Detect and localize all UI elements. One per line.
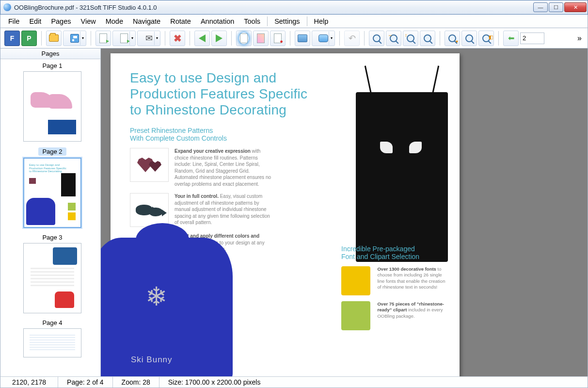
toolbar-overflow-button[interactable]: »	[573, 34, 586, 43]
menu-navigate[interactable]: Navigate	[128, 16, 165, 27]
chevron-down-icon[interactable]: ▾	[329, 32, 334, 45]
menubar: File Edit Pages View Mode Navigate Rotat…	[0, 15, 588, 28]
capture-button[interactable]: ▾	[312, 31, 335, 46]
import-button[interactable]: ▸	[95, 31, 111, 46]
maximize-button[interactable]: ☐	[549, 2, 563, 12]
print-button[interactable]	[236, 31, 252, 46]
menu-mode[interactable]: Mode	[101, 16, 128, 27]
thumbnail-page-3[interactable]: Page 3	[4, 234, 100, 313]
thumbnail-page-2[interactable]: Page 2 Easy to use Design andProduction …	[4, 147, 100, 228]
status-size: Size: 1700.00 x 2200.00 pixels	[159, 377, 588, 388]
fonts-icon	[341, 266, 370, 295]
prev-page-button[interactable]	[194, 31, 210, 46]
next-page-button[interactable]	[211, 31, 227, 46]
thumbnail-label: Page 4	[42, 319, 62, 326]
menu-settings[interactable]: Settings	[270, 16, 304, 27]
print-icon	[240, 33, 248, 43]
print-all-icon	[257, 33, 265, 43]
document-viewer[interactable]: Easy to use Design and Production Featur…	[101, 48, 588, 376]
zoom-height-button[interactable]: ↕	[403, 31, 418, 46]
x-icon: ✖	[174, 32, 182, 44]
page-go-icon: ⬅	[508, 33, 514, 43]
delete-button[interactable]: ✖	[170, 31, 185, 46]
status-page: Page: 2 of 4	[58, 377, 113, 388]
menu-file[interactable]: File	[3, 16, 24, 27]
fish-icon	[130, 193, 169, 227]
menu-annotation[interactable]: Annotation	[196, 16, 239, 27]
zoom-out-icon	[424, 34, 431, 42]
pages-sidebar: Pages Page 1 Page 2 Easy to use Design a…	[0, 48, 101, 376]
goto-page-button[interactable]: ⬅	[503, 31, 519, 46]
envelope-icon: ✉	[145, 33, 153, 44]
zoom-height-icon: ↕	[407, 34, 414, 42]
zoom-fit-icon	[465, 34, 473, 42]
export-button[interactable]: ▸▾	[112, 31, 136, 46]
status-zoom: Zoom: 28	[113, 377, 159, 388]
zoom-actual-button[interactable]: ▾	[445, 31, 460, 46]
undo-button[interactable]: ↶	[344, 31, 360, 46]
thumbnail-label: Page 3	[42, 234, 62, 241]
save-button[interactable]: ▾	[63, 31, 86, 46]
scan-button[interactable]	[295, 31, 310, 46]
toolbar: F P ▾ ▸ ▸▾ ✉▾ ✖ ● ▾ ↶ ↔ ↕ ▾	[0, 28, 588, 48]
page-thumbnails[interactable]: Page 1 Page 2 Easy to use Design andProd…	[0, 59, 100, 376]
folder-open-icon	[49, 34, 59, 42]
page-in-icon: ▸	[99, 33, 107, 43]
window-title: OOBlingBrochure.pdf - 321Soft TIFF Studi…	[14, 4, 533, 11]
thumbnail-label: Page 2	[38, 147, 66, 156]
zoom-actual-icon: ▾	[448, 34, 456, 42]
chevron-down-icon[interactable]: ▾	[129, 32, 135, 45]
menu-edit[interactable]: Edit	[24, 16, 46, 27]
email-button[interactable]: ✉▾	[137, 31, 160, 46]
chevron-down-icon[interactable]: ▾	[154, 32, 159, 45]
print-all-button[interactable]	[253, 31, 269, 46]
print-setup-icon: ●	[274, 33, 282, 43]
statusbar: 2120, 2178 Page: 2 of 4 Zoom: 28 Size: 1…	[0, 376, 588, 388]
thumbnail-page-1[interactable]: Page 1	[4, 62, 100, 142]
status-coords: 2120, 2178	[0, 377, 58, 388]
zoom-select-button[interactable]: ◧	[478, 31, 494, 46]
zoom-fit-button[interactable]	[461, 31, 477, 46]
hoodie-text: Ski Bunny	[131, 355, 173, 365]
zoom-width-button[interactable]: ↔	[386, 31, 401, 46]
titlebar: OOBlingBrochure.pdf - 321Soft TIFF Studi…	[0, 0, 588, 15]
zoom-select-icon: ◧	[482, 34, 490, 42]
chevron-down-icon[interactable]: ▾	[80, 32, 85, 45]
close-button[interactable]: ✕	[564, 2, 587, 12]
menu-pages[interactable]: Pages	[46, 16, 76, 27]
new-project-button[interactable]: P	[21, 31, 37, 46]
undo-icon: ↶	[349, 33, 356, 44]
arrow-right-icon	[216, 34, 222, 42]
arrow-left-icon	[199, 34, 206, 42]
doc-section-fonts: Incredible Pre-packagedFont and Clipart …	[341, 245, 448, 330]
pages-panel-title: Pages	[0, 48, 100, 59]
menu-rotate[interactable]: Rotate	[165, 16, 196, 27]
scanner-icon	[298, 34, 307, 42]
tank-top-image	[356, 92, 448, 262]
save-icon	[70, 34, 79, 43]
thumbnail-page-4[interactable]: Page 4	[4, 319, 100, 357]
zoom-in-button[interactable]	[369, 31, 384, 46]
menu-help[interactable]: Help	[309, 16, 334, 27]
zoom-out-button[interactable]	[420, 31, 435, 46]
camera-icon	[318, 34, 328, 42]
page-number-input[interactable]	[520, 32, 544, 44]
document-page: Easy to use Design and Production Featur…	[111, 53, 460, 376]
print-setup-button[interactable]: ●	[270, 31, 286, 46]
zoom-in-icon	[373, 34, 381, 42]
hearts-icon	[130, 148, 169, 182]
open-button[interactable]	[46, 31, 62, 46]
snowflake-icon: ❄	[145, 281, 167, 312]
new-file-button[interactable]: F	[4, 31, 20, 46]
hoodie-image: ❄ Ski Bunny	[101, 238, 233, 376]
clipart-icon	[341, 301, 370, 330]
app-icon	[3, 3, 11, 11]
zoom-width-icon: ↔	[390, 34, 397, 42]
thumbnail-label: Page 1	[42, 62, 62, 69]
page-out-icon: ▸	[120, 33, 128, 43]
minimize-button[interactable]: —	[533, 2, 548, 12]
menu-tools[interactable]: Tools	[239, 16, 265, 27]
menu-view[interactable]: View	[76, 16, 101, 27]
